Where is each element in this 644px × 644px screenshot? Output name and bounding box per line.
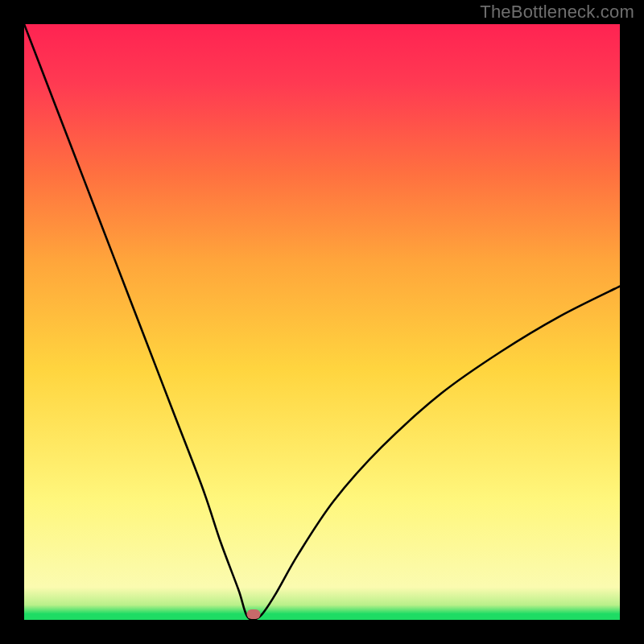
- optimal-point-marker: [246, 609, 260, 619]
- bottleneck-curve: [24, 24, 620, 620]
- plot-area: [24, 24, 620, 620]
- chart-root: TheBottleneck.com: [0, 0, 644, 644]
- curve-path: [24, 24, 620, 620]
- watermark-text: TheBottleneck.com: [480, 2, 634, 23]
